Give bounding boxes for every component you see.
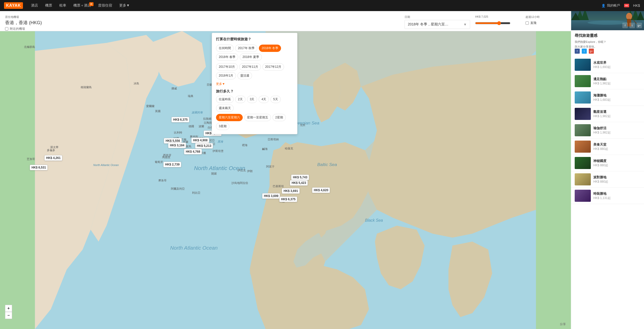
date-field-group: 日期 2018年 冬季，星期六至… ▼: [405, 15, 470, 29]
price-label-india4[interactable]: HK$ 4,620: [312, 187, 330, 193]
nav-links: 酒店 機票 租車 機票＋酒店 新 度假住宿 更多▼: [28, 2, 601, 9]
dur-sat-sat[interactable]: 星期六至星期六: [216, 114, 243, 121]
price-label-6[interactable]: HK$ 4,908: [191, 138, 209, 143]
price-label-pak[interactable]: HK$ 3,699: [262, 193, 280, 199]
price-label-7[interactable]: HK$ 5,213: [195, 143, 213, 149]
svg-point-14: [588, 21, 628, 25]
season-2017-autumn[interactable]: 2017年 秋季: [235, 45, 257, 52]
rp-item-nature[interactable]: 遺足熱點 HK$ 1,982起: [571, 73, 644, 89]
rp-hero-social: f t g+: [622, 23, 642, 28]
dur-roundtrip[interactable]: 往返時長: [216, 96, 234, 103]
nav-flights[interactable]: 機票: [42, 2, 55, 9]
rp-item-fashion[interactable]: 時裝勝地 HK$ 1,131起: [571, 188, 644, 204]
rp-thumb-beach: [575, 91, 591, 104]
nav-vacation[interactable]: 度假住宿: [95, 2, 115, 9]
rp-item-price-5: HK$ 880起: [593, 147, 640, 151]
airport-label: 居住地機場: [5, 15, 81, 19]
price-label-india1[interactable]: HK$ 5,743: [291, 175, 309, 180]
search-panel: 居住地機場 附近的機場 日期 2018年 冬季，星期六至… ▼ HK$ 7,02…: [0, 11, 571, 31]
rp-item-yoga[interactable]: 瑜伽舒活 HK$ 1,982起: [571, 122, 644, 139]
kayak-logo[interactable]: KAYAK: [4, 2, 23, 9]
tw-hero-icon[interactable]: t: [629, 23, 635, 28]
dur-3days[interactable]: 3天: [247, 96, 257, 103]
rp-item-food[interactable]: 美食天堂 HK$ 880起: [571, 139, 644, 155]
price-label-india3[interactable]: HK$ 3,691: [282, 188, 300, 194]
dropdown-title: 打算在什麼時候旅遊？: [216, 37, 293, 42]
rp-item-price-0: HK$ 1,693起: [593, 65, 640, 69]
season-2018-winter[interactable]: 2018年 冬季: [259, 45, 281, 52]
country-flag[interactable]: HK: [624, 4, 629, 7]
price-label-ind5[interactable]: HK$ 6,375: [279, 196, 297, 202]
rp-item-name-7: 派對勝地: [593, 175, 640, 180]
map-controls: + −: [5, 305, 12, 319]
rp-item-info-fashion: 時裝勝地 HK$ 1,131起: [593, 191, 640, 200]
dur-3weeks[interactable]: 3星期: [216, 123, 229, 130]
rp-item-underwater[interactable]: 水底世界 HK$ 1,693起: [571, 57, 644, 73]
nav-more[interactable]: 更多▼: [116, 2, 133, 9]
rp-item-beach[interactable]: 海灘勝地 HK$ 1,683起: [571, 89, 644, 106]
duration-row1: 往返時長 2天 3天 4天 5天 週末兩天: [216, 96, 293, 112]
dur-mon-fri[interactable]: 星期一至星期五: [244, 114, 271, 121]
nav-car[interactable]: 租車: [56, 2, 69, 9]
fb-hero-icon[interactable]: f: [622, 23, 628, 28]
nav-hotel[interactable]: 酒店: [28, 2, 41, 9]
rp-item-name-2: 海灘勝地: [593, 93, 640, 98]
rp-item-price-1: HK$ 1,982起: [593, 81, 640, 86]
rp-item-price-6: HK$ 880起: [593, 163, 640, 168]
season-any[interactable]: 任何時間: [216, 45, 234, 52]
rp-item-info-beach: 海灘勝地 HK$ 1,683起: [593, 93, 640, 102]
direct-flight-check[interactable]: 直飛: [526, 21, 566, 25]
rp-item-price-4: HK$ 1,982起: [593, 130, 640, 135]
month-oct[interactable]: 2017年10月: [216, 63, 238, 71]
nav-right: 👤 我的帳戶 HK HK$: [601, 3, 640, 8]
currency-selector[interactable]: HK$: [633, 4, 640, 8]
month-flexible[interactable]: 靈活週: [237, 72, 252, 79]
airport-input[interactable]: [5, 20, 81, 25]
fb-explore-icon[interactable]: f: [575, 49, 580, 54]
duration-options: 直飛: [526, 21, 566, 25]
nearby-checkbox[interactable]: [5, 27, 8, 30]
duration-row2: 星期六至星期六 星期一至星期五 2星期 3星期: [216, 114, 293, 130]
new-badge: 新: [89, 2, 94, 6]
rp-item-name-0: 水底世界: [593, 60, 640, 65]
price-label-paris[interactable]: HK$ 6,375: [171, 117, 189, 122]
price-label-chicago[interactable]: HK$ 4,261: [44, 155, 62, 161]
price-label-8[interactable]: HK$ 4,768: [184, 149, 202, 154]
gp-explore-icon[interactable]: g+: [589, 49, 594, 54]
dur-2weeks[interactable]: 2星期: [272, 114, 286, 121]
nearby-check[interactable]: 附近的機場: [5, 27, 81, 31]
date-select[interactable]: 2018年 冬季，星期六至… ▼: [405, 20, 470, 29]
user-account[interactable]: 👤 我的帳戶: [601, 3, 620, 8]
month-nov[interactable]: 2017年11月: [239, 63, 261, 71]
month-jan[interactable]: 2018年1月: [216, 72, 236, 79]
svg-text:Baltic Sea: Baltic Sea: [317, 162, 337, 167]
price-label-india2[interactable]: HK$ 5,423: [290, 180, 308, 186]
season-dropdown: 打算在什麼時候旅遊？ 任何時間 2017年 秋季 2018年 冬季 2018年 …: [212, 33, 297, 134]
price-label-chicago2[interactable]: HK$ 6,531: [30, 165, 48, 170]
dur-5days[interactable]: 5天: [270, 96, 281, 103]
rp-item-party[interactable]: 派對勝地 HK$ 880起: [571, 171, 644, 188]
nav-flight-hotel[interactable]: 機票＋酒店 新: [70, 2, 94, 9]
rp-item-stargazing[interactable]: 觀星首選 HK$ 1,982起: [571, 106, 644, 122]
price-label-madrid[interactable]: HK$ 2,739: [163, 162, 181, 167]
dur-4days[interactable]: 4天: [259, 96, 269, 103]
more-options-link[interactable]: 更多▼: [216, 82, 293, 86]
dur-2days[interactable]: 2天: [235, 96, 246, 103]
rp-item-mystery[interactable]: 神秘國度 HK$ 880起: [571, 155, 644, 171]
zoom-out-button[interactable]: −: [5, 312, 12, 319]
rp-thumb-monument: [575, 173, 591, 185]
season-2018-summer[interactable]: 2018年 夏季: [240, 53, 262, 61]
dur-weekend[interactable]: 週末兩天: [216, 105, 234, 112]
duration-section-title: 旅行多久？: [216, 89, 293, 94]
zoom-in-button[interactable]: +: [5, 305, 12, 312]
tw-explore-icon[interactable]: t: [582, 49, 587, 54]
direct-checkbox[interactable]: [526, 21, 529, 25]
price-slider[interactable]: [475, 21, 510, 25]
gp-hero-icon[interactable]: g+: [636, 23, 642, 28]
price-label-4[interactable]: HK$ 3,184: [168, 143, 186, 148]
month-dec[interactable]: 2017年12月: [262, 63, 284, 71]
rp-item-name-8: 時裝勝地: [593, 191, 640, 196]
price-field-group: HK$ 7,025: [475, 15, 520, 25]
season-2018-spring[interactable]: 2018年 春季: [216, 53, 238, 61]
rp-item-price-3: HK$ 1,982起: [593, 114, 640, 118]
